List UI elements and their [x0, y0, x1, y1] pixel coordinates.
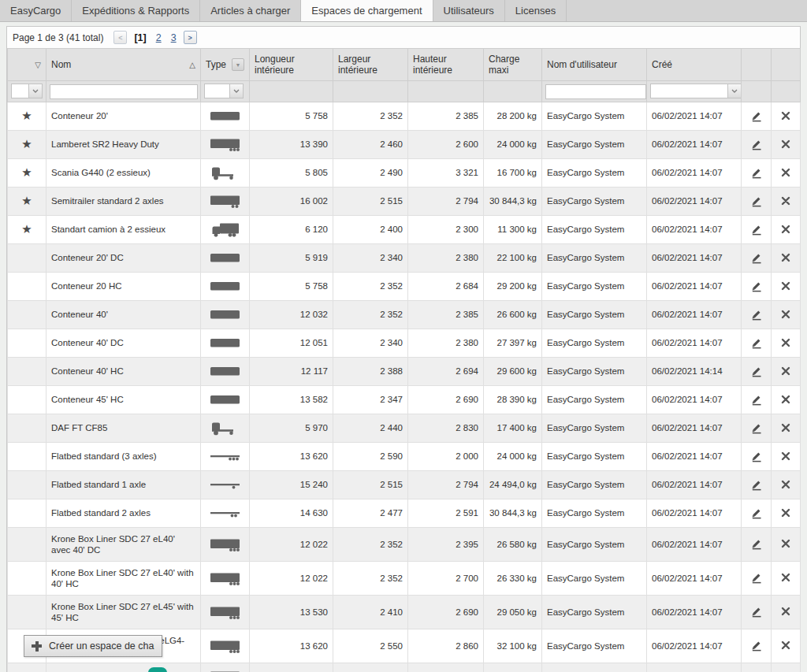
- delete-row-button[interactable]: [778, 195, 794, 207]
- edit-row-button[interactable]: [747, 420, 766, 436]
- tab-licenses[interactable]: Licenses: [505, 0, 567, 21]
- favorites-filter-combo[interactable]: [11, 84, 43, 98]
- edit-row-button[interactable]: [747, 570, 766, 585]
- edit-row-button[interactable]: [747, 477, 766, 492]
- favorites-column-header[interactable]: ▽: [8, 49, 46, 81]
- length-cell: 12 117: [250, 357, 333, 385]
- edit-row-button[interactable]: [747, 278, 766, 294]
- tab-expeditions-rapports[interactable]: Expéditions & Rapports: [72, 0, 200, 21]
- delete-cell: [772, 414, 801, 442]
- next-page-button[interactable]: >: [184, 31, 197, 44]
- edit-pencil-icon: [750, 251, 763, 264]
- delete-row-button[interactable]: [778, 421, 794, 434]
- edit-row-button[interactable]: [747, 108, 766, 124]
- tab-utilisateurs[interactable]: Utilisateurs: [433, 0, 505, 21]
- tab-espaces-de-chargement[interactable]: Espaces de chargement: [301, 0, 433, 21]
- delete-row-button[interactable]: [778, 110, 794, 122]
- column-header-max-load[interactable]: Charge maxi: [484, 49, 542, 81]
- favorite-cell[interactable]: [8, 663, 46, 672]
- edit-row-button[interactable]: [747, 392, 766, 407]
- delete-row-button[interactable]: [778, 537, 794, 550]
- column-header-height[interactable]: Hauteur intérieure: [408, 49, 484, 81]
- favorite-cell[interactable]: [8, 357, 46, 385]
- edit-row-button[interactable]: [747, 165, 766, 180]
- edit-row-button[interactable]: [747, 536, 766, 551]
- edit-row-button[interactable]: [747, 505, 766, 521]
- delete-row-button[interactable]: [778, 639, 794, 652]
- edit-row-button[interactable]: [747, 221, 766, 237]
- edit-row-button[interactable]: [747, 669, 766, 672]
- column-header-type[interactable]: Type ▼: [201, 49, 250, 81]
- edit-row-button[interactable]: [747, 448, 766, 464]
- favorite-cell[interactable]: [8, 300, 46, 329]
- delete-row-button[interactable]: [778, 478, 794, 491]
- page-link-3[interactable]: 3: [171, 32, 177, 43]
- delete-row-button[interactable]: [778, 280, 794, 292]
- user-filter-input[interactable]: [545, 84, 646, 99]
- delete-row-button[interactable]: [778, 450, 794, 462]
- column-header-user[interactable]: Nom d'utilisateur: [542, 49, 647, 81]
- tab-easycargo[interactable]: EasyCargo: [0, 0, 72, 21]
- created-filter-combo[interactable]: [650, 84, 742, 98]
- created-cell: 06/02/2021 14:07: [647, 595, 742, 629]
- favorite-cell[interactable]: ★: [8, 187, 46, 215]
- favorite-cell[interactable]: [8, 385, 46, 414]
- chat-widget-peek[interactable]: [148, 667, 167, 672]
- edit-row-button[interactable]: [747, 136, 766, 152]
- favorite-cell[interactable]: ★: [8, 158, 46, 187]
- column-header-name[interactable]: Nom △: [46, 49, 201, 81]
- height-cell: 2 000: [408, 442, 484, 470]
- column-header-length[interactable]: Longueur intérieure: [250, 49, 333, 81]
- delete-row-button[interactable]: [778, 571, 794, 584]
- edit-row-button[interactable]: [747, 603, 766, 619]
- tab-articles-a-charger[interactable]: Articles à charger: [200, 0, 301, 21]
- favorite-cell[interactable]: [8, 414, 46, 442]
- type-filter-combo[interactable]: [204, 84, 244, 98]
- edit-row-button[interactable]: [747, 335, 766, 351]
- delete-row-button[interactable]: [778, 365, 794, 377]
- current-page-indicator: [1]: [134, 32, 146, 43]
- edit-row-button[interactable]: [747, 193, 766, 209]
- column-header-width[interactable]: Largeur intérieure: [333, 49, 408, 81]
- page-link-2[interactable]: 2: [156, 32, 162, 43]
- delete-row-button[interactable]: [778, 251, 794, 264]
- delete-row-button[interactable]: [778, 507, 794, 519]
- delete-x-icon: [781, 139, 790, 149]
- created-cell: 06/02/2021 14:07: [647, 442, 742, 470]
- type-header-dropdown-button[interactable]: ▼: [232, 58, 244, 71]
- delete-row-button[interactable]: [778, 166, 794, 179]
- edit-pencil-icon: [750, 166, 763, 179]
- chevron-down-icon[interactable]: [28, 84, 42, 98]
- favorite-cell[interactable]: [8, 499, 46, 527]
- favorite-cell[interactable]: [8, 442, 46, 470]
- delete-row-button[interactable]: [778, 138, 794, 150]
- name-filter-input[interactable]: [50, 84, 198, 99]
- favorite-cell[interactable]: [8, 329, 46, 357]
- favorite-cell[interactable]: [8, 595, 46, 629]
- favorite-cell[interactable]: [8, 561, 46, 595]
- delete-row-button[interactable]: [778, 393, 794, 406]
- delete-row-button[interactable]: [778, 336, 794, 349]
- favorite-cell[interactable]: [8, 470, 46, 499]
- edit-row-button[interactable]: [747, 363, 766, 379]
- delete-row-button[interactable]: [778, 308, 794, 321]
- column-header-created[interactable]: Créé: [647, 49, 742, 81]
- chevron-down-icon[interactable]: [229, 84, 243, 98]
- favorite-cell[interactable]: ★: [8, 215, 46, 243]
- edit-row-button[interactable]: [747, 306, 766, 322]
- favorite-cell[interactable]: [8, 527, 46, 561]
- favorite-cell[interactable]: [8, 272, 46, 300]
- prev-page-button[interactable]: <: [113, 31, 127, 44]
- chevron-down-icon[interactable]: [727, 84, 741, 98]
- grid-row: Krone Profi Liner SDP 27 eLB4-CS13 6202 …: [8, 663, 801, 672]
- delete-row-button[interactable]: [778, 605, 794, 618]
- delete-row-button[interactable]: [778, 223, 794, 236]
- create-loading-space-button[interactable]: Créer un espace de chargement: [24, 635, 162, 657]
- favorite-cell[interactable]: [8, 243, 46, 272]
- favorite-cell[interactable]: ★: [8, 102, 46, 130]
- edit-row-button[interactable]: [747, 637, 766, 653]
- edit-row-button[interactable]: [747, 250, 766, 265]
- width-cell: 2 440: [333, 414, 408, 442]
- favorite-cell[interactable]: ★: [8, 130, 46, 158]
- edit-cell: [742, 527, 772, 561]
